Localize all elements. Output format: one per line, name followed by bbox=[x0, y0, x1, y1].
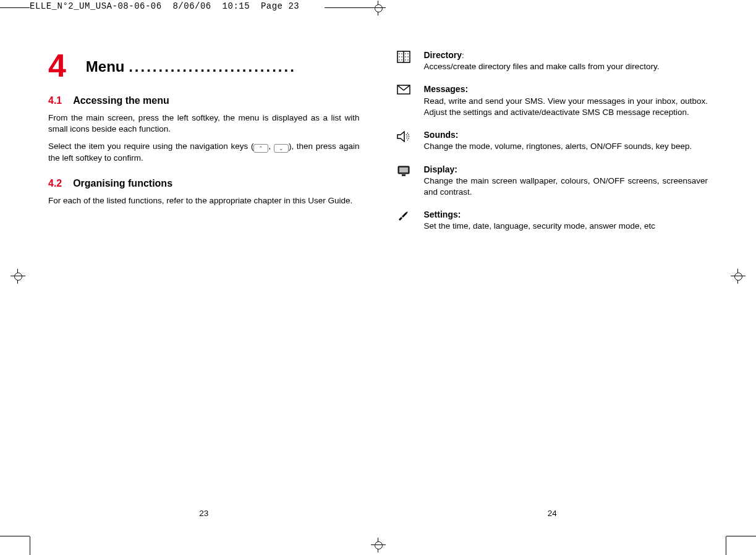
chapter-title: Menu bbox=[86, 58, 125, 75]
svg-point-12 bbox=[407, 56, 409, 57]
feature-text: Settings: Set the time, date, language, … bbox=[424, 209, 708, 232]
feature-desc: Change the mode, volume, ringtones, aler… bbox=[424, 142, 692, 151]
feature-text: Messages: Read, write and send your SMS.… bbox=[424, 83, 708, 118]
svg-point-3 bbox=[399, 56, 400, 57]
page-left: 4 Menu ............................ 4.1 … bbox=[30, 37, 378, 518]
feature-desc: Set the time, date, language, security m… bbox=[424, 221, 655, 231]
sounds-icon bbox=[397, 129, 412, 152]
feature-title: Settings: bbox=[424, 210, 461, 219]
svg-point-13 bbox=[407, 59, 409, 61]
chapter-number: 4 bbox=[48, 49, 66, 82]
crop-line bbox=[0, 536, 30, 536]
crop-header: ELLE_N°2_UM_USA-08-06-06 8/06/06 10:15 P… bbox=[30, 1, 299, 11]
paragraph: From the main screen, press the left sof… bbox=[48, 112, 360, 135]
svg-marker-15 bbox=[397, 132, 404, 142]
feature-desc: Change the main screen wallpaper, colour… bbox=[424, 176, 708, 197]
feature-text: Sounds: Change the mode, volume, rington… bbox=[424, 129, 708, 152]
feature-messages: Messages: Read, write and send your SMS.… bbox=[397, 83, 708, 118]
svg-point-4 bbox=[399, 59, 400, 61]
feature-settings: Settings: Set the time, date, language, … bbox=[397, 209, 708, 232]
page-number: 23 bbox=[30, 509, 378, 518]
section-number: 4.2 bbox=[48, 178, 62, 189]
nav-key-up-icon: ⌃ bbox=[253, 144, 268, 153]
feature-display: Display: Change the main screen wallpape… bbox=[397, 164, 708, 198]
messages-icon bbox=[397, 83, 412, 118]
feature-title: Messages: bbox=[424, 84, 469, 94]
svg-point-5 bbox=[401, 53, 402, 54]
text: Select the item you require using the na… bbox=[48, 142, 253, 151]
feature-text: Display: Change the main screen wallpape… bbox=[424, 164, 708, 198]
nav-key-down-icon: ⌄ bbox=[274, 144, 289, 153]
crop-time: 10:15 bbox=[223, 1, 250, 11]
svg-rect-17 bbox=[399, 167, 408, 172]
settings-icon bbox=[397, 209, 412, 232]
svg-point-6 bbox=[401, 56, 402, 57]
page-spread: 4 Menu ............................ 4.1 … bbox=[30, 37, 726, 518]
svg-point-9 bbox=[405, 56, 406, 57]
section-title: Accessing the menu bbox=[73, 95, 169, 106]
feature-text: Directory: Access/create directory files… bbox=[424, 49, 708, 72]
display-icon bbox=[397, 164, 412, 198]
feature-directory: Directory: Access/create directory files… bbox=[397, 49, 708, 72]
section-number: 4.1 bbox=[48, 95, 62, 106]
registration-mark-icon bbox=[373, 2, 384, 15]
directory-icon bbox=[397, 49, 412, 72]
svg-point-11 bbox=[407, 53, 409, 54]
svg-point-8 bbox=[405, 53, 406, 54]
crop-filename: ELLE_N°2_UM_USA-08-06-06 bbox=[30, 1, 162, 11]
feature-title: Display: bbox=[424, 164, 457, 174]
registration-mark-icon bbox=[733, 271, 744, 284]
chapter-heading: 4 Menu ............................ bbox=[48, 49, 360, 82]
feature-title: Sounds: bbox=[424, 130, 459, 140]
feature-sep: : bbox=[462, 51, 464, 60]
svg-rect-18 bbox=[402, 174, 406, 176]
crop-line bbox=[30, 536, 30, 555]
svg-point-2 bbox=[399, 53, 400, 54]
feature-desc: Access/create directory files and make c… bbox=[424, 62, 660, 71]
text: , bbox=[268, 142, 273, 151]
paragraph: Select the item you require using the na… bbox=[48, 141, 360, 164]
svg-point-7 bbox=[401, 59, 402, 61]
feature-sounds: Sounds: Change the mode, volume, rington… bbox=[397, 129, 708, 152]
section-title: Organising functions bbox=[73, 178, 172, 189]
feature-title: Directory bbox=[424, 50, 462, 60]
crop-line bbox=[726, 536, 726, 555]
svg-point-10 bbox=[405, 59, 406, 61]
section: 4.2 Organising functions For each of the… bbox=[48, 178, 360, 206]
paragraph: For each of the listed functions, refer … bbox=[48, 195, 360, 206]
page-right: Directory: Access/create directory files… bbox=[378, 37, 727, 518]
crop-line bbox=[726, 536, 756, 536]
crop-pagetag: Page 23 bbox=[261, 1, 299, 11]
feature-desc: Read, write and send your SMS. View your… bbox=[424, 96, 708, 117]
crop-date: 8/06/06 bbox=[172, 1, 211, 11]
crop-line bbox=[325, 7, 373, 8]
chapter-dots: ............................ bbox=[129, 58, 296, 75]
crop-line bbox=[0, 7, 30, 8]
registration-mark-icon bbox=[12, 271, 23, 284]
section: 4.1 Accessing the menu From the main scr… bbox=[48, 95, 360, 164]
page-number: 24 bbox=[378, 509, 727, 518]
registration-mark-icon bbox=[373, 540, 384, 553]
